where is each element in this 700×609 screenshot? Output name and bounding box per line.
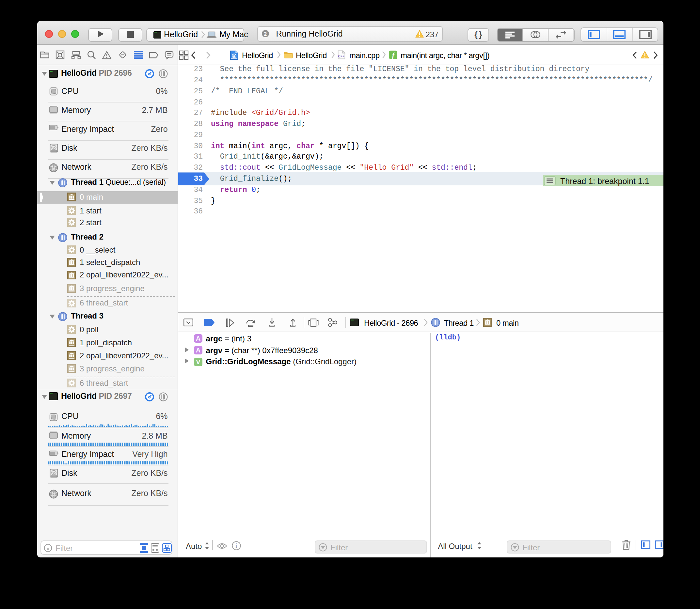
svg-text:i: i [235, 542, 237, 549]
svg-text:C++: C++ [338, 54, 344, 58]
